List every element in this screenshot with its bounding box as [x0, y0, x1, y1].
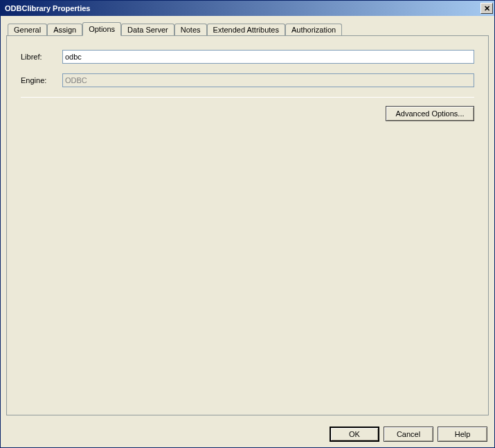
close-icon: ✕ [484, 5, 490, 12]
cancel-button[interactable]: Cancel [384, 427, 433, 442]
separator [21, 97, 474, 98]
titlebar: ODBClibrary Properties ✕ [1, 1, 494, 16]
tab-notes[interactable]: Notes [174, 24, 207, 35]
tab-general[interactable]: General [8, 24, 47, 35]
tab-data-server[interactable]: Data Server [121, 24, 174, 35]
dialog-window: ODBClibrary Properties ✕ General Assign … [0, 0, 495, 448]
advanced-options-button[interactable]: Advanced Options... [386, 106, 474, 121]
engine-input [62, 73, 474, 87]
tab-options[interactable]: Options [82, 22, 121, 36]
ok-button[interactable]: OK [330, 427, 379, 442]
tab-panel-options: Libref: Engine: Advanced Options... [6, 35, 489, 415]
libref-label: Libref: [21, 53, 62, 61]
libref-input[interactable] [62, 50, 474, 64]
close-button[interactable]: ✕ [480, 3, 493, 14]
help-button[interactable]: Help [438, 427, 487, 442]
tab-assign[interactable]: Assign [47, 24, 82, 35]
engine-label: Engine: [21, 76, 62, 84]
advanced-row: Advanced Options... [21, 106, 474, 121]
tab-extended-attributes[interactable]: Extended Attributes [207, 24, 285, 35]
button-bar: OK Cancel Help [1, 421, 494, 447]
libref-row: Libref: [21, 50, 474, 64]
window-title: ODBClibrary Properties [5, 4, 480, 12]
tab-authorization[interactable]: Authorization [285, 24, 342, 35]
engine-row: Engine: [21, 73, 474, 87]
client-area: General Assign Options Data Server Notes… [1, 16, 494, 421]
tabstrip: General Assign Options Data Server Notes… [6, 21, 489, 35]
